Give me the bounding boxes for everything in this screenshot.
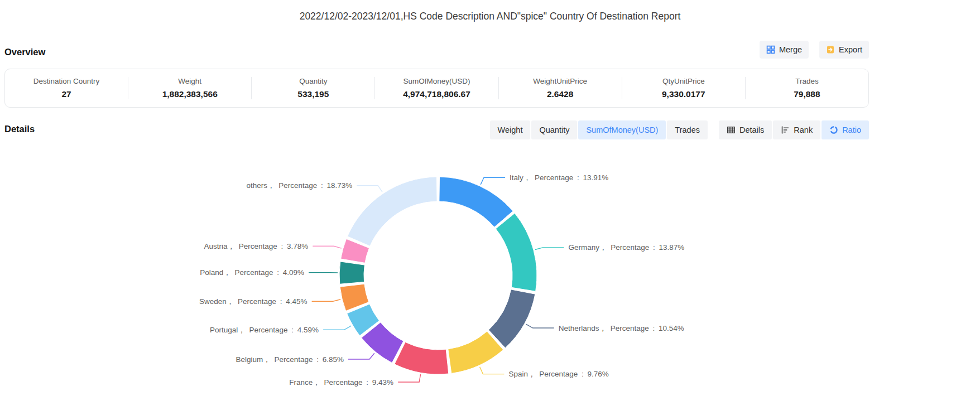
chart-leader-portugal — [323, 326, 351, 330]
chart-leader-germany — [535, 248, 564, 250]
donut-slice-germany[interactable] — [496, 213, 537, 291]
chart-leader-austria — [313, 246, 342, 248]
chart-label-sweden: Sweden， Percentage : 4.45% — [199, 297, 308, 306]
chart-label-germany: Germany， Percentage : 13.87% — [568, 243, 684, 252]
donut-slice-others[interactable] — [348, 177, 438, 246]
donut-slice-poland[interactable] — [339, 262, 364, 284]
chart-leader-sweden — [312, 300, 341, 301]
chart-label-netherlands: Netherlands， Percentage : 10.54% — [559, 324, 684, 332]
chart-label-italy: Italy， Percentage : 13.91% — [510, 173, 608, 182]
chart-label-poland: Poland， Percentage : 4.09% — [200, 268, 304, 277]
chart-leader-spain — [480, 367, 505, 374]
donut-slice-italy[interactable] — [439, 177, 513, 227]
chart-leader-france — [398, 374, 421, 382]
chart-label-france: France， Percentage : 9.43% — [289, 378, 393, 387]
donut-slice-netherlands[interactable] — [488, 289, 535, 348]
chart-leader-belgium — [348, 353, 374, 359]
chart-leader-others — [357, 186, 382, 192]
chart-label-austria: Austria， Percentage : 3.78% — [204, 242, 308, 250]
donut-chart: Italy， Percentage : 13.91%Germany， Perce… — [0, 0, 980, 420]
donut-slice-spain[interactable] — [448, 331, 503, 373]
chart-leader-italy — [481, 177, 505, 185]
donut-slice-france[interactable] — [395, 342, 449, 374]
chart-label-portugal: Portugal， Percentage : 4.59% — [210, 326, 319, 334]
chart-leader-netherlands — [526, 324, 554, 328]
chart-label-spain: Spain， Percentage : 9.76% — [508, 370, 608, 378]
chart-label-belgium: Belgium， Percentage : 6.85% — [236, 355, 344, 364]
chart-label-others: others， Percentage : 18.73% — [246, 181, 352, 190]
